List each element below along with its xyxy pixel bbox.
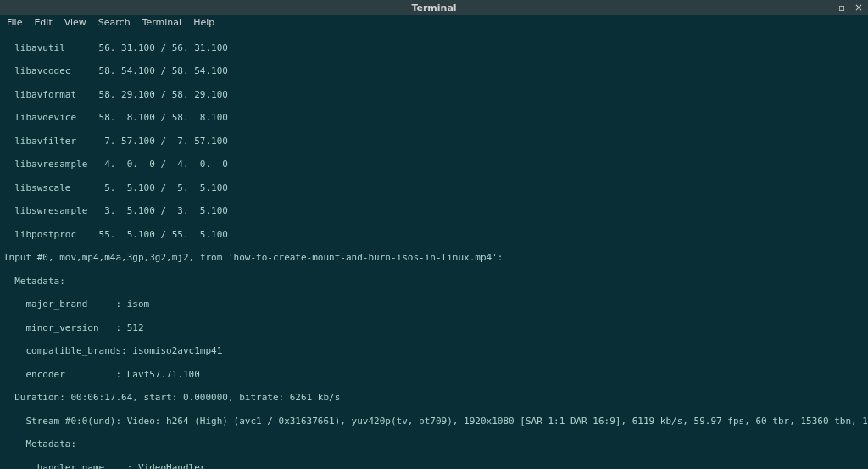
- window-title: Terminal: [411, 3, 456, 14]
- terminal-line: libavcodec 58. 54.100 / 58. 54.100: [3, 65, 865, 77]
- terminal-line: major_brand : isom: [3, 299, 865, 310]
- terminal-output[interactable]: libavutil 56. 31.100 / 56. 31.100 libavc…: [0, 29, 868, 469]
- terminal-line: libswresample 3. 5.100 / 3. 5.100: [3, 205, 865, 217]
- terminal-line: Stream #0:0(und): Video: h264 (High) (av…: [3, 416, 865, 427]
- terminal-line: Metadata:: [3, 438, 865, 450]
- window-titlebar: Terminal – ▫ ×: [0, 0, 868, 15]
- terminal-line: libswscale 5. 5.100 / 5. 5.100: [3, 182, 865, 194]
- window-controls: – ▫ ×: [819, 0, 865, 15]
- terminal-line: libavdevice 58. 8.100 / 58. 8.100: [3, 112, 865, 124]
- terminal-line: libavformat 58. 29.100 / 58. 29.100: [3, 89, 865, 101]
- terminal-line: libavfilter 7. 57.100 / 7. 57.100: [3, 136, 865, 148]
- menu-terminal[interactable]: Terminal: [137, 17, 187, 28]
- terminal-line: libpostproc 55. 5.100 / 55. 5.100: [3, 229, 865, 241]
- close-icon[interactable]: ×: [853, 2, 865, 14]
- minimize-icon[interactable]: –: [819, 2, 831, 14]
- terminal-line: Metadata:: [3, 276, 865, 288]
- menubar: File Edit View Search Terminal Help: [0, 15, 868, 29]
- menu-help[interactable]: Help: [188, 17, 220, 28]
- menu-search[interactable]: Search: [93, 17, 136, 28]
- maximize-icon[interactable]: ▫: [836, 2, 848, 14]
- menu-view[interactable]: View: [59, 17, 92, 28]
- terminal-line: handler_name : VideoHandler: [3, 462, 865, 469]
- terminal-line: minor_version : 512: [3, 322, 865, 334]
- menu-file[interactable]: File: [2, 17, 27, 28]
- terminal-line: libavresample 4. 0. 0 / 4. 0. 0: [3, 159, 865, 170]
- terminal-line: libavutil 56. 31.100 / 56. 31.100: [3, 42, 865, 54]
- terminal-line: Input #0, mov,mp4,m4a,3gp,3g2,mj2, from …: [3, 252, 865, 264]
- terminal-line: compatible_brands: isomiso2avc1mp41: [3, 345, 865, 357]
- menu-edit[interactable]: Edit: [29, 17, 57, 28]
- terminal-line: encoder : Lavf57.71.100: [3, 369, 865, 381]
- terminal-line: Duration: 00:06:17.64, start: 0.000000, …: [3, 392, 865, 404]
